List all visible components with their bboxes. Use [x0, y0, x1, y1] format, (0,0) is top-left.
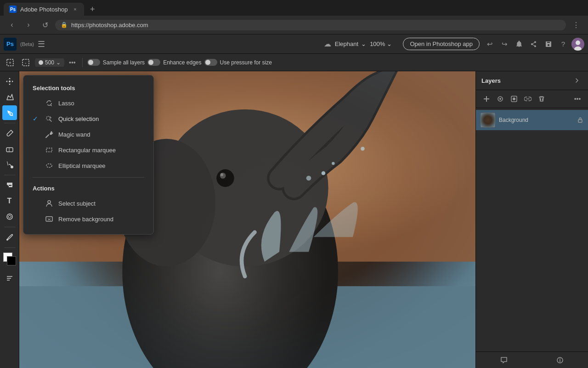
svg-point-11 [11, 166, 13, 168]
hamburger-menu[interactable]: ☰ [38, 39, 45, 49]
crop-tool[interactable] [2, 178, 17, 193]
share-button[interactable] [527, 38, 540, 51]
svg-point-12 [7, 214, 12, 219]
subtract-selection-button[interactable]: - [19, 56, 32, 69]
use-pressure-toggle[interactable]: Use pressure for size [204, 59, 272, 66]
user-avatar[interactable] [571, 38, 584, 51]
svg-point-30 [361, 147, 365, 151]
lasso-tool-item[interactable]: Lasso [23, 95, 153, 111]
svg-point-45 [499, 98, 501, 100]
brush-size-control[interactable]: 500 ⌄ [35, 58, 64, 67]
save-button[interactable] [542, 38, 555, 51]
layers-header: Layers [476, 71, 588, 90]
info-button[interactable] [532, 352, 588, 368]
actions-title: Actions [23, 181, 153, 196]
layers-expand-button[interactable] [571, 75, 582, 86]
quick-selection-icon [45, 114, 54, 123]
open-in-photoshop-button[interactable]: Open in Photoshop app [403, 38, 480, 50]
layer-thumbnail [481, 113, 495, 127]
active-tab[interactable]: Ps Adobe Photoshop × [4, 3, 84, 16]
layer-lock-icon [577, 117, 583, 123]
svg-point-1 [576, 40, 580, 45]
ellip-marquee-icon [45, 161, 54, 170]
layer-mask-button[interactable] [508, 93, 520, 105]
redo-button[interactable]: ↪ [498, 38, 511, 51]
fill-tool[interactable] [2, 157, 17, 172]
cloud-icon: ☁ [324, 40, 331, 48]
rect-marquee-label: Rectangular marquee [58, 147, 116, 154]
selection-tool[interactable] [2, 105, 17, 120]
delete-layer-button[interactable] [536, 93, 548, 105]
enhance-edges-label: Enhance edges [163, 59, 201, 66]
rect-marquee-icon [45, 145, 54, 155]
svg-point-38 [48, 201, 51, 203]
add-layer-button[interactable] [481, 93, 492, 105]
tool-separator-3 [4, 227, 15, 227]
tool-separator-4 [4, 247, 15, 248]
svg-point-51 [560, 358, 560, 359]
browser-menu-button[interactable]: ⋮ [570, 18, 582, 31]
file-name[interactable]: Elephant ⌄ [335, 40, 366, 47]
new-tab-button[interactable]: + [86, 3, 99, 16]
quick-selection-item[interactable]: ✓ Quick selection [23, 111, 153, 126]
lasso-label: Lasso [58, 100, 74, 107]
layer-more-button[interactable]: ••• [571, 93, 583, 105]
layers-list: Background [476, 108, 588, 351]
magic-wand-item[interactable]: Magic wand [23, 126, 153, 142]
shape-tool[interactable] [2, 90, 17, 104]
notifications-button[interactable] [513, 38, 526, 51]
url-bar[interactable]: 🔒 https://photoshop.adobe.com [55, 20, 566, 30]
add-selection-button[interactable]: + [4, 56, 17, 69]
selection-tools-title: Selection tools [23, 83, 153, 95]
rect-marquee-item[interactable]: Rectangular marquee [23, 142, 153, 158]
remove-background-item[interactable]: Remove background [23, 211, 153, 227]
beta-badge: (Beta) [20, 41, 34, 47]
move-tool[interactable] [2, 74, 17, 89]
lasso-icon [45, 98, 54, 108]
forward-button[interactable]: › [22, 18, 35, 31]
zoom-control[interactable]: 100% ⌄ [370, 40, 392, 47]
background-color[interactable] [7, 256, 16, 265]
url-text: https://photoshop.adobe.com [71, 22, 148, 29]
ellip-marquee-label: Elliptical marquee [58, 162, 106, 169]
ellip-marquee-item[interactable]: Elliptical marquee [23, 158, 153, 173]
brush-chevron-icon: ⌄ [56, 59, 61, 66]
more-options-button[interactable]: ••• [67, 59, 78, 66]
brush-tool[interactable] [2, 126, 17, 141]
tool-separator-1 [4, 123, 15, 123]
layers-toolbar: ••• [476, 90, 588, 108]
tab-title: Adobe Photoshop [20, 6, 68, 13]
link-layers-button[interactable] [522, 93, 534, 105]
eyedropper-tool[interactable] [2, 230, 17, 245]
text-tool[interactable]: T [2, 194, 17, 208]
svg-point-27 [322, 171, 326, 175]
panel-divider [33, 177, 144, 178]
canvas-area[interactable]: Selection tools Lasso ✓ Quick sele [19, 71, 475, 368]
undo-button[interactable]: ↩ [483, 38, 496, 51]
right-panel-bottom [476, 351, 588, 368]
tab-close-button[interactable]: × [71, 6, 79, 13]
sort-tool[interactable] [2, 271, 17, 286]
tab-favicon: Ps [9, 6, 17, 13]
lock-icon: 🔒 [61, 22, 68, 28]
quick-selection-label: Quick selection [58, 115, 99, 122]
back-button[interactable]: ‹ [6, 18, 18, 31]
sample-all-layers-toggle[interactable]: Sample all layers [87, 59, 145, 66]
refresh-button[interactable]: ↺ [39, 18, 51, 31]
remove-background-icon [45, 214, 54, 224]
svg-text:-: - [25, 60, 26, 65]
comments-button[interactable] [476, 352, 532, 368]
svg-text:+: + [9, 60, 11, 65]
help-button[interactable]: ? [557, 38, 570, 51]
eraser-tool[interactable] [2, 142, 17, 156]
layer-item-background[interactable]: Background [476, 110, 588, 130]
tool-separator-2 [4, 175, 15, 175]
left-toolbar: T [0, 71, 19, 368]
select-subject-item[interactable]: Select subject [23, 196, 153, 211]
svg-line-8 [12, 115, 13, 116]
enhance-edges-toggle[interactable]: Enhance edges [147, 59, 201, 66]
heal-tool[interactable] [2, 209, 17, 224]
layer-effects-button[interactable] [494, 93, 506, 105]
remove-background-label: Remove background [58, 216, 113, 223]
color-swatch[interactable] [3, 253, 16, 265]
